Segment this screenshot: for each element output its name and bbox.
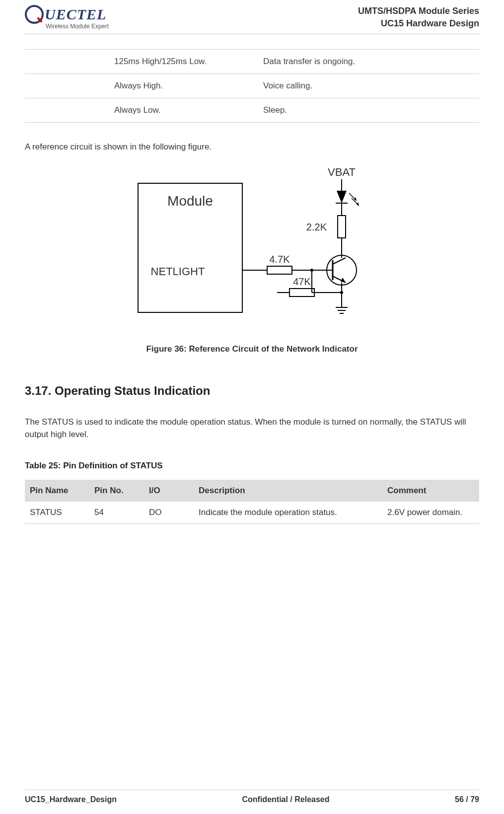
th-description: Description [194, 480, 382, 502]
table-cell: Data transfer is ongoing. [263, 57, 355, 67]
table-cell: Always High. [114, 81, 263, 91]
reference-text-span: A reference circuit is shown in the foll… [25, 142, 212, 151]
svg-marker-17 [341, 278, 346, 283]
footer-right: 56 / 79 [455, 795, 479, 804]
netlight-label: NETLIGHT [150, 265, 205, 278]
table-cell-empty [25, 81, 114, 91]
header-line-1: UMTS/HSDPA Module Series [358, 5, 479, 17]
vbat-label: VBAT [328, 166, 356, 178]
logo-subtitle: Wireless Module Expert [46, 23, 109, 30]
table-row: STATUS 54 DO Indicate the module operati… [25, 502, 479, 524]
table-cell: 125ms High/125ms Low. [114, 57, 263, 67]
td-pin-no: 54 [89, 502, 144, 523]
table-cell: Voice calling. [263, 81, 312, 91]
figure-wrap: Module NETLIGHT VBAT 2.2K [25, 163, 479, 329]
table-cell-empty [25, 105, 114, 115]
table-cell: Always Low. [114, 105, 263, 115]
status-table: 125ms High/125ms Low. Data transfer is o… [25, 49, 479, 123]
header-titles: UMTS/HSDPA Module Series UC15 Hardware D… [358, 5, 479, 30]
table-title: Table 25: Pin Definition of STATUS [25, 461, 479, 471]
pin-definition-table: Pin Name Pin No. I/O Description Comment… [25, 480, 479, 524]
header-line-2: UC15 Hardware Design [358, 17, 479, 30]
page-footer: UC15_Hardware_Design Confidential / Rele… [25, 790, 479, 804]
footer-left: UC15_Hardware_Design [25, 795, 117, 804]
page-header: UECTEL Wireless Module Expert UMTS/HSDPA… [25, 0, 479, 34]
logo-q-icon [25, 5, 44, 24]
svg-rect-9 [338, 216, 346, 238]
td-pin-name: STATUS [25, 502, 89, 523]
footer-center: Confidential / Released [242, 795, 329, 804]
reference-text: A reference circuit is shown in the foll… [25, 141, 479, 153]
td-comment: 2.6V power domain. [382, 502, 479, 523]
svg-rect-26 [267, 266, 292, 274]
table-row: 125ms High/125ms Low. Data transfer is o… [25, 49, 479, 74]
th-io: I/O [144, 480, 194, 502]
module-label: Module [167, 193, 213, 209]
resistor-47k: 47K [293, 276, 311, 287]
section-heading: 3.17. Operating Status Indication [25, 384, 479, 398]
logo: UECTEL [25, 5, 109, 24]
section-body: The STATUS is used to indicate the modul… [25, 416, 479, 441]
resistor-2-2k: 2.2K [306, 222, 327, 232]
circuit-diagram: Module NETLIGHT VBAT 2.2K [123, 163, 381, 327]
logo-block: UECTEL Wireless Module Expert [25, 5, 109, 30]
figure-caption: Figure 36: Reference Circuit of the Netw… [25, 344, 479, 354]
th-pin-no: Pin No. [89, 480, 144, 502]
svg-line-13 [333, 258, 346, 264]
table-cell-empty [25, 57, 114, 67]
svg-rect-30 [289, 289, 314, 296]
td-description: Indicate the module operation status. [194, 502, 382, 523]
table-header-row: Pin Name Pin No. I/O Description Comment [25, 480, 479, 502]
table-row: Always High. Voice calling. [25, 74, 479, 98]
th-pin-name: Pin Name [25, 480, 89, 502]
table-cell: Sleep. [263, 105, 287, 115]
svg-marker-2 [337, 191, 347, 203]
logo-text: UECTEL [45, 6, 106, 23]
td-io: DO [144, 502, 194, 523]
resistor-4-7k: 4.7K [269, 254, 290, 265]
th-comment: Comment [382, 480, 479, 502]
table-row: Always Low. Sleep. [25, 98, 479, 123]
svg-point-36 [340, 291, 343, 294]
